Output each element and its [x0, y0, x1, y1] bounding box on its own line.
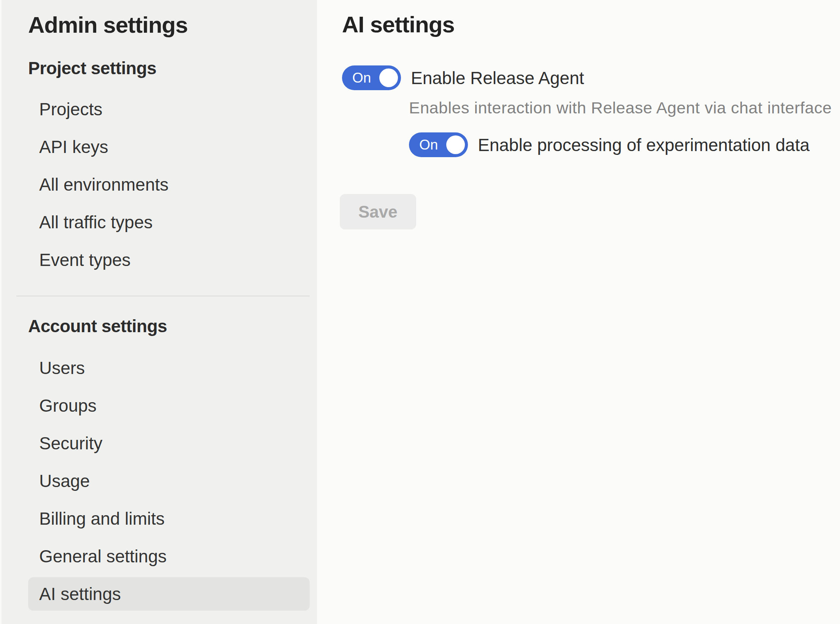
admin-settings-sidebar: Admin settings Project settings Projects… — [0, 0, 317, 624]
enable-release-agent-toggle[interactable]: On — [342, 65, 401, 90]
toggle-state-label: On — [352, 70, 371, 86]
release-agent-toggle-row: On Enable Release Agent — [342, 65, 840, 90]
sidebar-divider — [16, 296, 310, 296]
sidebar-item-all-traffic-types[interactable]: All traffic types — [28, 205, 310, 239]
page-title: AI settings — [342, 11, 840, 38]
project-settings-nav: Projects API keys All environments All t… — [28, 92, 310, 277]
sidebar-item-ai-settings[interactable]: AI settings — [28, 577, 310, 611]
sidebar-title: Admin settings — [28, 11, 310, 39]
toggle-knob — [379, 68, 398, 87]
toggle-knob — [446, 135, 465, 154]
experimentation-data-toggle-label: Enable processing of experimentation dat… — [478, 135, 810, 155]
sidebar-item-general-settings[interactable]: General settings — [28, 540, 310, 573]
experimentation-data-toggle-row: On Enable processing of experimentation … — [409, 132, 840, 157]
sidebar-item-all-environments[interactable]: All environments — [28, 168, 310, 201]
section-header-project-settings: Project settings — [28, 59, 310, 78]
save-button[interactable]: Save — [340, 194, 416, 229]
sidebar-item-event-types[interactable]: Event types — [28, 243, 310, 277]
toggle-state-label: On — [419, 137, 438, 153]
account-settings-nav: Users Groups Security Usage Billing and … — [28, 351, 310, 611]
release-agent-description: Enables interaction with Release Agent v… — [409, 98, 840, 117]
release-agent-toggle-label: Enable Release Agent — [411, 68, 584, 88]
enable-experimentation-data-toggle[interactable]: On — [409, 132, 468, 157]
sidebar-item-security[interactable]: Security — [28, 427, 310, 460]
sidebar-item-api-keys[interactable]: API keys — [28, 130, 310, 164]
section-header-account-settings: Account settings — [28, 317, 310, 336]
sidebar-item-projects[interactable]: Projects — [28, 92, 310, 126]
ai-settings-panel: AI settings On Enable Release Agent Enab… — [317, 0, 840, 624]
sidebar-item-usage[interactable]: Usage — [28, 464, 310, 498]
sidebar-item-billing-and-limits[interactable]: Billing and limits — [28, 502, 310, 535]
sidebar-item-groups[interactable]: Groups — [28, 389, 310, 422]
sidebar-item-users[interactable]: Users — [28, 351, 310, 385]
